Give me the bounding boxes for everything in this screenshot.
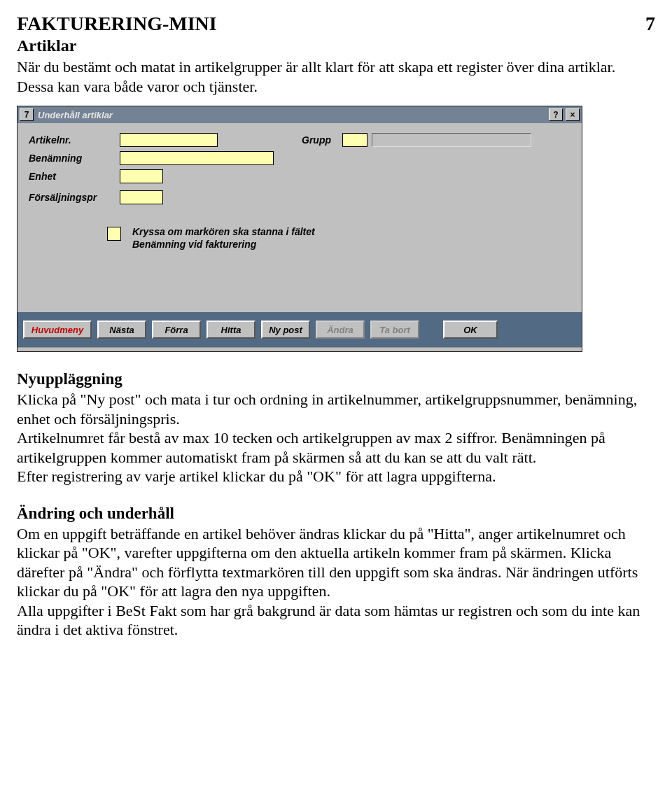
body-andring: Om en uppgift beträffande en artikel beh… xyxy=(17,524,655,640)
checkbox-label-line1: Kryssa om markören ska stanna i fältet xyxy=(132,225,315,238)
heading-andring: Ändring och underhåll xyxy=(17,505,655,523)
label-artikelnr: Artikelnr. xyxy=(29,134,120,146)
input-artikelnr[interactable] xyxy=(120,133,218,147)
forra-button[interactable]: Förra xyxy=(152,321,201,339)
button-bar: Huvudmeny Nästa Förra Hitta Ny post Ändr… xyxy=(18,312,582,347)
page-title: FAKTURERING-MINI xyxy=(17,13,217,35)
window-bottom-border xyxy=(18,347,582,351)
dialog-underhall-artiklar: 7 Underhåll artiklar ? × Artikelnr. Grup… xyxy=(17,106,582,352)
input-enhet[interactable] xyxy=(120,169,163,183)
label-benamning: Benämning xyxy=(29,153,120,164)
system-menu-icon[interactable]: 7 xyxy=(20,108,34,121)
ny-post-button[interactable]: Ny post xyxy=(261,321,310,339)
intro-text: När du bestämt och matat in artikelgrupp… xyxy=(17,57,655,96)
window-title: Underhåll artiklar xyxy=(36,110,546,120)
checkbox-label: Kryssa om markören ska stanna i fältet B… xyxy=(132,225,315,251)
nasta-button[interactable]: Nästa xyxy=(97,321,146,339)
input-grupp[interactable] xyxy=(342,133,368,147)
ta-bort-button[interactable]: Ta bort xyxy=(370,321,419,339)
heading-nyupplaggning: Nyuppläggning xyxy=(17,370,655,388)
form-area: Artikelnr. Grupp Benämning Enhet Försälj… xyxy=(18,123,582,312)
input-benamning[interactable] xyxy=(120,151,274,165)
readonly-grupp-name xyxy=(372,133,531,147)
label-enhet: Enhet xyxy=(29,171,120,182)
body-nyupplaggning: Klicka på "Ny post" och mata i tur och o… xyxy=(17,390,655,486)
ok-button[interactable]: OK xyxy=(443,321,498,339)
hitta-button[interactable]: Hitta xyxy=(206,321,255,339)
andra-button[interactable]: Ändra xyxy=(316,321,365,339)
help-button[interactable]: ? xyxy=(549,108,563,121)
page-number: 7 xyxy=(645,13,655,35)
checkbox-stay-in-field[interactable] xyxy=(107,227,121,241)
label-grupp: Grupp xyxy=(302,134,331,146)
close-button[interactable]: × xyxy=(566,108,580,121)
input-forsaljningspr[interactable] xyxy=(120,190,163,204)
titlebar: 7 Underhåll artiklar ? × xyxy=(18,106,582,123)
section-title: Artiklar xyxy=(17,36,655,55)
huvudmeny-button[interactable]: Huvudmeny xyxy=(23,321,92,339)
label-forsaljningspr: Försäljningspr xyxy=(29,192,120,203)
checkbox-label-line2: Benämning vid fakturering xyxy=(132,238,315,251)
